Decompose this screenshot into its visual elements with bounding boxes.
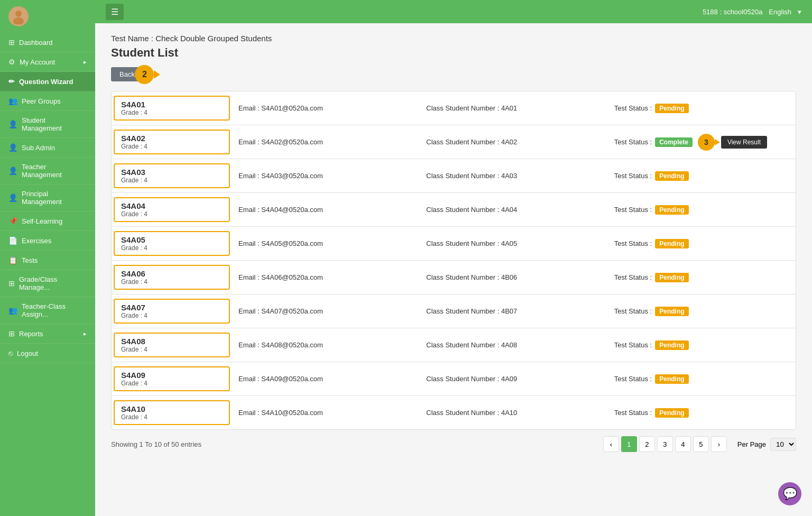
pagination-page-3[interactable]: 3 (657, 436, 673, 452)
student-status: Test Status : Pending (608, 205, 796, 215)
hamburger-button[interactable]: ☰ (106, 4, 124, 20)
nav-icon-teacher-management: 👤 (8, 167, 17, 175)
student-grade: Grade : 4 (121, 244, 223, 252)
pagination-controls: ‹12345› (603, 436, 727, 452)
nav-arrow-my-account: ▸ (84, 59, 87, 66)
nav-icon-teacher-class-assign: 👥 (8, 306, 17, 315)
sidebar-item-reports[interactable]: ⊞ Reports ▸ (0, 324, 95, 344)
chat-bubble-icon[interactable]: 💬 (778, 482, 801, 505)
nav-icon-grade-class-manage: ⊞ (8, 279, 15, 288)
student-name: S4A01 (121, 100, 223, 109)
nav-label-teacher-class-assign: Teacher-Class Assign... (22, 302, 87, 318)
pagination-next[interactable]: › (711, 436, 727, 452)
student-status: Test Status : Pending (608, 408, 796, 418)
student-grade: Grade : 4 (121, 109, 223, 116)
table-row: S4A06 Grade : 4 Email : S4A06@0520a.com … (112, 261, 796, 294)
sidebar: ⊞ Dashboard ⚙ My Account ▸✏ Question Wiz… (0, 0, 95, 516)
student-class-number: Class Student Number : 4B06 (420, 273, 607, 281)
annotation-bubble-3: 3 (698, 134, 715, 151)
account-info: 5188 : school0520a (703, 8, 762, 16)
nav-label-reports: Reports (19, 330, 43, 338)
student-name: S4A09 (121, 371, 223, 380)
topbar-right: 5188 : school0520a English ▾ (703, 8, 801, 16)
nav-label-my-account: My Account (20, 58, 55, 66)
student-grade: Grade : 4 (121, 312, 223, 319)
table-row: S4A08 Grade : 4 Email : S4A08@0520a.com … (112, 328, 796, 362)
pagination-page-4[interactable]: 4 (675, 436, 691, 452)
table-row: S4A09 Grade : 4 Email : S4A09@0520a.com … (112, 362, 796, 396)
status-badge: Pending (655, 408, 688, 418)
student-grade: Grade : 4 (121, 413, 223, 421)
student-name: S4A04 (121, 201, 223, 210)
sidebar-item-exercises[interactable]: 📄 Exercises (0, 231, 95, 251)
student-status: Test Status : Pending (608, 104, 796, 113)
sidebar-item-peer-groups[interactable]: 👥 Peer Groups (0, 91, 95, 111)
nav-icon-my-account: ⚙ (8, 58, 15, 66)
pagination-page-2[interactable]: 2 (639, 436, 655, 452)
svg-point-1 (13, 17, 24, 24)
nav-icon-tests: 📋 (8, 256, 17, 264)
sidebar-item-self-learning[interactable]: 📌 Self-Learning (0, 211, 95, 231)
nav-label-principal-management: Principal Management (22, 190, 87, 206)
content-area: Test Name : Check Double Grouped Student… (95, 23, 812, 516)
nav-label-exercises: Exercises (22, 237, 51, 245)
nav-icon-exercises: 📄 (8, 236, 17, 245)
topbar-left: ☰ (106, 4, 124, 20)
language-arrow-icon: ▾ (798, 8, 801, 16)
nav-icon-reports: ⊞ (8, 329, 15, 338)
student-email: Email : S4A06@0520a.com (232, 273, 420, 281)
pagination-page-5[interactable]: 5 (693, 436, 709, 452)
sidebar-item-principal-management[interactable]: 👤 Principal Management (0, 185, 95, 211)
test-name-label: Test Name : Check Double Grouped Student… (111, 34, 796, 43)
nav-label-sub-admin: Sub Admin (22, 144, 55, 152)
student-name: S4A06 (121, 269, 223, 278)
nav-label-self-learning: Self-Learning (22, 217, 62, 225)
sidebar-item-logout[interactable]: ⎋ Logout (0, 344, 95, 363)
pagination-prev[interactable]: ‹ (603, 436, 619, 452)
student-email: Email : S4A08@0520a.com (232, 341, 420, 349)
sidebar-item-teacher-class-assign[interactable]: 👥 Teacher-Class Assign... (0, 297, 95, 324)
student-grade: Grade : 4 (121, 177, 223, 184)
student-name: S4A08 (121, 337, 223, 346)
sidebar-item-tests[interactable]: 📋 Tests (0, 251, 95, 270)
sidebar-item-grade-class-manage[interactable]: ⊞ Grade/Class Manage... (0, 270, 95, 297)
sidebar-item-my-account[interactable]: ⚙ My Account ▸ (0, 52, 95, 72)
language-selector[interactable]: English (769, 8, 791, 16)
sidebar-item-sub-admin[interactable]: 👤 Sub Admin (0, 138, 95, 158)
nav-icon-logout: ⎋ (8, 349, 13, 357)
student-info-col: S4A10 Grade : 4 (114, 400, 230, 425)
student-email: Email : S4A02@0520a.com (232, 138, 420, 146)
view-result-button[interactable]: View Result (721, 136, 767, 149)
topbar: ☰ 5188 : school0520a English ▾ (95, 0, 812, 23)
per-page-select[interactable]: 10 25 50 (770, 438, 796, 451)
pagination-page-1[interactable]: 1 (621, 436, 637, 452)
table-row: S4A03 Grade : 4 Email : S4A03@0520a.com … (112, 159, 796, 193)
student-email: Email : S4A01@0520a.com (232, 104, 420, 112)
nav-label-peer-groups: Peer Groups (22, 97, 61, 105)
table-row: S4A07 Grade : 4 Email : S4A07@0520a.com … (112, 294, 796, 328)
sidebar-item-dashboard[interactable]: ⊞ Dashboard (0, 33, 95, 52)
student-email: Email : S4A05@0520a.com (232, 239, 420, 247)
status-badge: Pending (655, 273, 688, 282)
student-info-col: S4A01 Grade : 4 (114, 96, 230, 121)
sidebar-item-teacher-management[interactable]: 👤 Teacher Management (0, 158, 95, 185)
status-badge: Complete (655, 137, 693, 147)
student-status: Test Status : Pending (608, 239, 796, 248)
svg-point-0 (15, 11, 22, 17)
student-grade: Grade : 4 (121, 210, 223, 218)
student-table-container: S4A01 Grade : 4 Email : S4A01@0520a.com … (111, 91, 796, 430)
student-class-number: Class Student Number : 4A10 (420, 409, 607, 417)
student-status: Test Status : Pending (608, 374, 796, 384)
student-class-number: Class Student Number : 4A05 (420, 239, 607, 247)
student-class-number: Class Student Number : 4A04 (420, 206, 607, 214)
student-email: Email : S4A03@0520a.com (232, 172, 420, 180)
student-grade: Grade : 4 (121, 278, 223, 285)
student-status: Test Status : Pending (608, 340, 796, 350)
sidebar-item-question-wizard[interactable]: ✏ Question Wizard (0, 72, 95, 91)
table-row: S4A01 Grade : 4 Email : S4A01@0520a.com … (112, 91, 796, 125)
student-name: S4A02 (121, 134, 223, 143)
table-row: S4A05 Grade : 4 Email : S4A05@0520a.com … (112, 227, 796, 261)
sidebar-item-student-management[interactable]: 👤 Student Management (0, 111, 95, 138)
student-info-col: S4A06 Grade : 4 (114, 265, 230, 290)
student-name: S4A05 (121, 235, 223, 244)
